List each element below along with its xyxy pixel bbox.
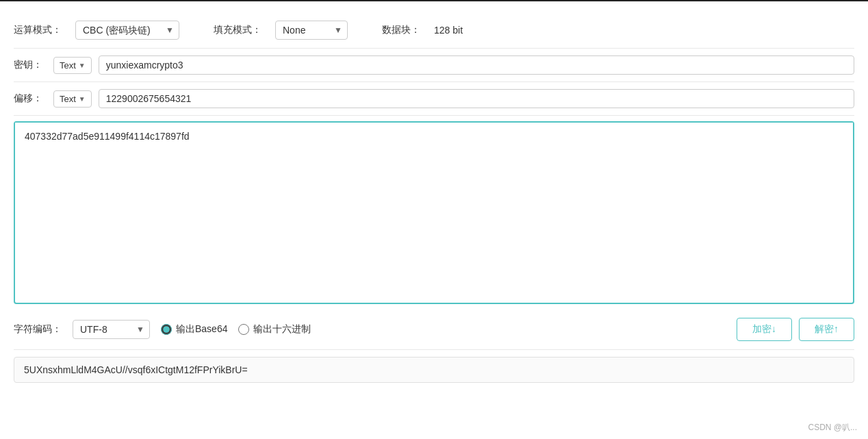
key-input[interactable] [99,55,854,75]
action-buttons: 加密↓ 解密↑ [737,318,854,341]
charset-select-wrapper[interactable]: UTF-8 GBK GB2312 ISO-8859-1 ▼ [73,320,150,339]
op-mode-label: 运算模式： [14,24,62,36]
charset-select[interactable]: UTF-8 GBK GB2312 ISO-8859-1 [73,320,150,339]
output-hex-radio[interactable] [238,324,249,335]
key-format-selector[interactable]: Text ▼ [53,57,92,74]
offset-format-selector[interactable]: Text ▼ [53,90,92,108]
footer-note: CSDN @叭... [808,422,857,434]
fill-mode-select-wrapper[interactable]: None Zero PKCS7 ANSIX923 ISO10126 ▼ [275,21,348,40]
output-text: 5UXnsxhmLldM4GAcU//vsqf6xICtgtM12fFPrYik… [14,357,854,383]
offset-input[interactable] [99,89,854,108]
offset-format-label: Text [60,94,76,104]
output-hex-option[interactable]: 输出十六进制 [238,323,311,336]
main-textarea[interactable]: 407332d77ad5e911499f4114c17897fd [15,123,853,301]
charset-label: 字符编码： [14,323,62,336]
op-mode-select[interactable]: CBC (密码块链) ECB (电子密码本) CFB (密文反馈) OFB (输… [75,21,179,40]
encrypt-button[interactable]: 加密↓ [737,318,792,341]
output-base64-label: 输出Base64 [176,323,227,336]
op-mode-select-wrapper[interactable]: CBC (密码块链) ECB (电子密码本) CFB (密文反馈) OFB (输… [75,21,179,40]
key-label: 密钥： [14,59,47,71]
fill-mode-select[interactable]: None Zero PKCS7 ANSIX923 ISO10126 [275,21,348,40]
main-textarea-wrapper: 407332d77ad5e911499f4114c17897fd [14,121,854,304]
data-block-value: 128 bit [434,25,463,36]
output-base64-radio[interactable] [161,324,172,335]
data-block-label: 数据块： [382,24,420,36]
offset-format-arrow-icon: ▼ [79,95,86,103]
fill-mode-label: 填充模式： [214,24,261,36]
offset-label: 偏移： [14,92,47,105]
decrypt-button[interactable]: 解密↑ [799,318,854,341]
output-format-group: 输出Base64 输出十六进制 [161,323,311,336]
key-format-label: Text [60,60,76,71]
key-format-arrow-icon: ▼ [79,62,86,69]
output-base64-option[interactable]: 输出Base64 [161,323,227,336]
output-hex-label: 输出十六进制 [253,323,311,336]
output-row: 5UXnsxhmLldM4GAcU//vsqf6xICtgtM12fFPrYik… [14,350,854,390]
